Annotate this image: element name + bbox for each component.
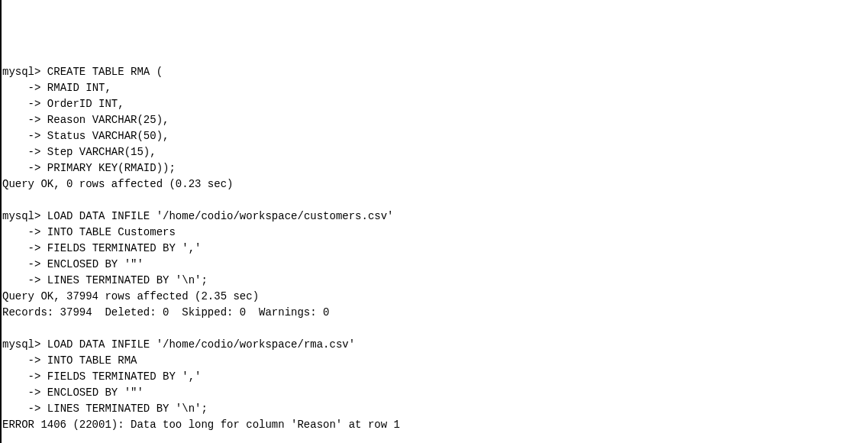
terminal-line: -> OrderID INT,	[2, 96, 867, 112]
sql-command: FIELDS TERMINATED BY ','	[40, 370, 201, 383]
mysql-prompt: mysql>	[2, 66, 40, 78]
continuation-prompt: ->	[2, 274, 40, 286]
continuation-prompt: ->	[2, 98, 40, 110]
error-message: ERROR 1406 (22001): Data too long for co…	[2, 417, 867, 433]
continuation-prompt: ->	[2, 370, 40, 383]
sql-command: FIELDS TERMINATED BY ','	[40, 242, 201, 254]
terminal-line: mysql> CREATE TABLE RMA (	[2, 64, 867, 80]
continuation-prompt: ->	[2, 242, 40, 254]
blank-line	[2, 321, 867, 337]
sql-command: PRIMARY KEY(RMAID));	[40, 162, 175, 174]
continuation-prompt: ->	[2, 114, 40, 126]
terminal-line: -> FIELDS TERMINATED BY ','	[2, 241, 867, 257]
terminal-line: -> ENCLOSED BY '"'	[2, 385, 867, 401]
mysql-prompt: mysql>	[2, 338, 40, 351]
query-result: Query OK, 37994 rows affected (2.35 sec)	[2, 289, 867, 305]
sql-command: Status VARCHAR(50),	[40, 130, 169, 142]
terminal-line: -> FIELDS TERMINATED BY ','	[2, 369, 867, 385]
sql-command: CREATE TABLE RMA (	[40, 66, 163, 78]
terminal-line: -> Reason VARCHAR(25),	[2, 112, 867, 128]
terminal-line: -> ENCLOSED BY '"'	[2, 257, 867, 273]
sql-command: Reason VARCHAR(25),	[40, 114, 169, 126]
terminal-line: -> INTO TABLE RMA	[2, 353, 867, 369]
terminal-line: mysql> LOAD DATA INFILE '/home/codio/wor…	[2, 209, 867, 225]
blank-line	[2, 192, 867, 209]
sql-command: LINES TERMINATED BY '\n';	[40, 403, 207, 415]
sql-command: ENCLOSED BY '"'	[40, 386, 143, 399]
continuation-prompt: ->	[2, 82, 40, 94]
continuation-prompt: ->	[2, 226, 40, 238]
sql-command: RMAID INT,	[40, 82, 111, 94]
query-result: Records: 37994 Deleted: 0 Skipped: 0 War…	[2, 305, 867, 321]
continuation-prompt: ->	[2, 403, 40, 415]
continuation-prompt: ->	[2, 146, 40, 158]
terminal-line: mysql> LOAD DATA INFILE '/home/codio/wor…	[2, 337, 867, 353]
sql-command: Step VARCHAR(15),	[40, 146, 156, 158]
continuation-prompt: ->	[2, 130, 40, 142]
sql-command: INTO TABLE Customers	[40, 226, 175, 238]
mysql-prompt: mysql>	[2, 210, 40, 222]
sql-command: LOAD DATA INFILE '/home/codio/workspace/…	[40, 338, 355, 351]
continuation-prompt: ->	[2, 162, 40, 174]
mysql-terminal[interactable]: mysql> CREATE TABLE RMA ( -> RMAID INT, …	[2, 64, 868, 433]
continuation-prompt: ->	[2, 354, 40, 367]
terminal-line: -> LINES TERMINATED BY '\n';	[2, 273, 867, 289]
continuation-prompt: ->	[2, 386, 40, 399]
terminal-line: -> RMAID INT,	[2, 80, 867, 96]
terminal-line: -> LINES TERMINATED BY '\n';	[2, 401, 867, 417]
sql-command: OrderID INT,	[40, 98, 124, 110]
query-result: Query OK, 0 rows affected (0.23 sec)	[2, 176, 867, 192]
sql-command: ENCLOSED BY '"'	[40, 258, 143, 270]
terminal-line: -> PRIMARY KEY(RMAID));	[2, 160, 867, 176]
terminal-line: -> INTO TABLE Customers	[2, 225, 867, 241]
terminal-line: -> Step VARCHAR(15),	[2, 144, 867, 160]
terminal-line: -> Status VARCHAR(50),	[2, 128, 867, 144]
sql-command: LINES TERMINATED BY '\n';	[40, 274, 207, 286]
sql-command: LOAD DATA INFILE '/home/codio/workspace/…	[40, 210, 393, 222]
continuation-prompt: ->	[2, 258, 40, 270]
sql-command: INTO TABLE RMA	[40, 354, 137, 367]
